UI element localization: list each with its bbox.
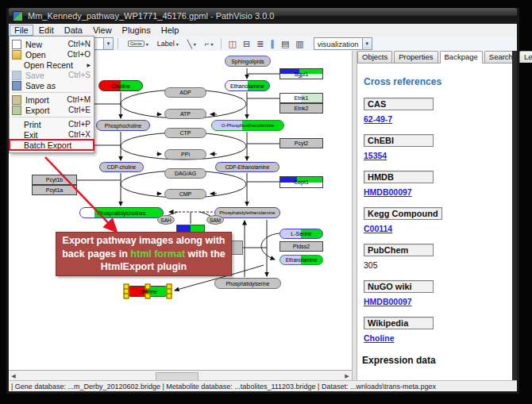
connector-tool-button[interactable]: ⌐▾ (202, 37, 217, 51)
menu-item-label: Import (25, 95, 60, 105)
menu-view[interactable]: View (88, 25, 117, 36)
pathway-node-ppi[interactable]: PPi (164, 149, 206, 160)
line-tool-button[interactable]: ╲▾ (184, 37, 199, 51)
file-menu-item-save[interactable]: SaveCtrl+S (10, 70, 94, 80)
scroll-right-icon[interactable]: ▶ (342, 373, 352, 379)
stack-vertical-icon[interactable]: ▥ (295, 39, 303, 49)
pathway-node-ethanolamine-top[interactable]: Ethanolamine (225, 80, 270, 91)
pathway-node-choline-selected[interactable]: Choline (125, 286, 170, 297)
menu-data[interactable]: Data (60, 25, 87, 36)
backpage-link[interactable]: 15354 (364, 151, 510, 160)
pathway-node-ethanolamine-bottom[interactable]: Ethanolamine (279, 255, 323, 265)
sidebar-scrollbar[interactable] (512, 51, 517, 380)
chevron-down-icon[interactable]: ▾ (103, 38, 113, 49)
chevron-down-icon[interactable]: ▾ (211, 41, 214, 47)
visualization-combobox[interactable]: visualization ▾ (314, 37, 372, 50)
pathway-node-ptdss2[interactable]: Ptdss2 (279, 241, 323, 252)
stack-horizontal-icon[interactable]: ▤ (281, 39, 289, 49)
pathway-node-pcyt2[interactable]: Pcyt2 (279, 138, 323, 148)
scroll-left-icon[interactable]: ◀ (9, 373, 18, 379)
file-menu-item-open-recent[interactable]: Open Recent▶ (10, 60, 94, 70)
file-menu-dropdown: NewCtrl+NOpenCtrl+OOpen Recent▶SaveCtrl+… (9, 36, 94, 153)
pathway-node-phosphatidylserine[interactable]: Phosphatidylserine (214, 278, 281, 289)
distribute-vertical-icon[interactable]: ∥ (270, 39, 275, 49)
gene-tool-button[interactable]: Gene▾ (125, 37, 152, 51)
node-label: Etnk1 (280, 94, 322, 102)
tab-properties[interactable]: Properties (394, 51, 438, 63)
pathway-node-sgpl1[interactable]: Sgpl1 (279, 68, 323, 79)
selection-handle[interactable] (124, 294, 129, 299)
pathway-node-atp[interactable]: ATP (164, 109, 206, 119)
selection-handle[interactable] (167, 294, 172, 299)
selection-handle[interactable] (145, 294, 151, 299)
node-label: SAM (207, 216, 223, 224)
pathway-node-choline-top[interactable]: Choline (98, 80, 143, 91)
node-label: Cept1 (280, 177, 322, 187)
menu-item-label: Save (25, 71, 62, 80)
pathway-node-o-phosphoethanolamine[interactable]: O-Phosphoethanolamine (211, 120, 284, 131)
export-icon (12, 106, 21, 115)
chevron-down-icon[interactable]: ▾ (194, 41, 196, 47)
node-label: ATP (165, 110, 206, 118)
backpage-section-title: PubChem (364, 244, 434, 256)
node-label: SAH (158, 216, 174, 224)
align-middle-icon[interactable]: ⊟ (243, 39, 250, 49)
menu-plugins[interactable]: Plugins (118, 25, 156, 36)
file-menu-item-import[interactable]: ImportCtrl+M (10, 94, 94, 105)
backpage-link[interactable]: HMDB00097 (364, 297, 510, 306)
distribute-horizontal-icon[interactable]: ≣ (256, 39, 264, 49)
pathway-node-pcyt1a[interactable]: Pcyt1a (32, 185, 77, 195)
pathway-node-phosphatidylethanolamine[interactable]: Phosphatidylethanolamine (214, 207, 280, 218)
backpage-sections: CAS62-49-7ChEBI15354HMDBHMDB00097Kegg Co… (357, 98, 510, 343)
pathway-node-adp[interactable]: ADP (164, 87, 206, 98)
menu-help[interactable]: Help (156, 25, 184, 36)
pathway-node-cdp-ethanolamine[interactable]: CDP-Ethanolamine (215, 162, 279, 172)
pathway-node-etnk2[interactable]: Etnk2 (279, 103, 323, 114)
file-menu-item-exit[interactable]: ExitCtrl+X (10, 129, 94, 140)
menu-item-label: Save as (25, 81, 84, 90)
pathway-node-cept1[interactable]: Cept1 (279, 176, 323, 188)
label-tool-button[interactable]: Label▾ (154, 37, 182, 51)
title-bar[interactable]: Mm_Kennedy_pathway_WP1771_45176.gpml - P… (6, 8, 519, 24)
pathway-node-cdp-choline[interactable]: CDP-choline (99, 162, 144, 172)
file-menu-item-open[interactable]: OpenCtrl+O (10, 49, 94, 60)
align-center-icon[interactable]: ◫ (229, 39, 237, 49)
pathway-node-ctp[interactable]: CTP (164, 128, 206, 138)
chevron-down-icon[interactable]: ▾ (146, 41, 148, 47)
backpage-link[interactable]: C00114 (364, 224, 510, 233)
selection-handle[interactable] (145, 284, 151, 290)
tab-legend[interactable]: Legend (519, 51, 532, 63)
backpage-panel[interactable]: Cross references CAS62-49-7ChEBI15354HMD… (357, 63, 510, 378)
pathway-node-dag[interactable]: DAG/AG (164, 168, 206, 179)
pathway-node-sphingolipids[interactable]: Sphingolipids (225, 56, 271, 67)
pathway-node-phosphocholine[interactable]: Phosphocholine (96, 120, 150, 131)
pathway-node-l-serine[interactable]: L-Serine (279, 229, 323, 239)
pathway-node-etnk1[interactable]: Etnk1 (279, 93, 323, 103)
file-menu-item-print[interactable]: PrintCtrl+P (10, 119, 94, 129)
chevron-down-icon[interactable]: ▾ (362, 38, 372, 49)
pane-splitter[interactable] (352, 51, 357, 380)
backpage-link[interactable]: HMDB00097 (364, 187, 510, 197)
file-menu-item-export[interactable]: ExportCtrl+E (10, 105, 94, 115)
pathway-node-sam[interactable]: SAM (206, 215, 224, 225)
file-menu-item-save-as[interactable]: Save as (10, 80, 94, 90)
pathway-node-pcyt1b[interactable]: Pcyt1b (32, 175, 77, 185)
label-tool-label: Label (157, 40, 175, 48)
file-menu-item-new[interactable]: NewCtrl+N (10, 39, 94, 49)
tab-objects[interactable]: Objects (357, 51, 392, 63)
horizontal-scrollbar[interactable]: ◀ ▶ (9, 370, 352, 381)
pathway-node-cmp[interactable]: CMP (164, 189, 206, 199)
file-menu-item-batch-export[interactable]: Batch Export (10, 140, 94, 150)
pathway-node-sah[interactable]: SAH (157, 215, 175, 225)
menu-edit[interactable]: Edit (34, 25, 59, 36)
node-label: Phosphatidylethanolamine (215, 208, 279, 217)
menu-item-label: New (25, 40, 61, 49)
backpage-link[interactable]: Choline (364, 333, 510, 343)
import-icon (12, 95, 21, 105)
menu-file[interactable]: File (10, 25, 33, 36)
pathway-node-phosphatidylcholines[interactable]: Phosphatidylcholines (79, 207, 164, 218)
backpage-link[interactable]: 62-49-7 (364, 114, 510, 124)
node-label: PPi (165, 150, 206, 159)
chevron-down-icon[interactable]: ▾ (176, 41, 179, 47)
tab-backpage[interactable]: Backpage (440, 51, 483, 63)
